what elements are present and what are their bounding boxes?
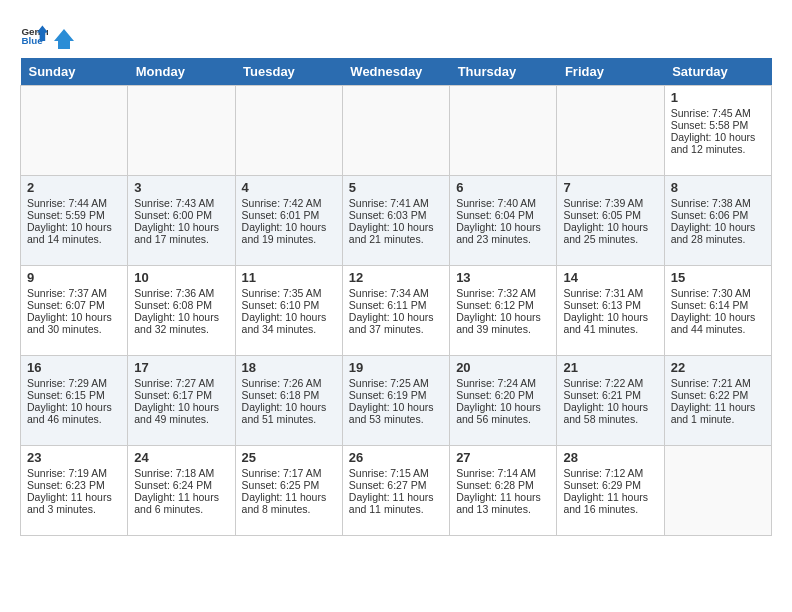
day-info: Sunrise: 7:34 AM — [349, 287, 443, 299]
day-number: 4 — [242, 180, 336, 195]
day-info: Sunset: 6:13 PM — [563, 299, 657, 311]
day-number: 23 — [27, 450, 121, 465]
day-header-monday: Monday — [128, 58, 235, 86]
day-info: Sunset: 6:04 PM — [456, 209, 550, 221]
day-info: Sunrise: 7:14 AM — [456, 467, 550, 479]
day-info: Sunset: 6:28 PM — [456, 479, 550, 491]
calendar-cell — [450, 86, 557, 176]
calendar-cell: 17Sunrise: 7:27 AMSunset: 6:17 PMDayligh… — [128, 356, 235, 446]
day-info: Sunrise: 7:21 AM — [671, 377, 765, 389]
day-info: Sunset: 5:58 PM — [671, 119, 765, 131]
day-number: 25 — [242, 450, 336, 465]
day-info: Sunset: 6:00 PM — [134, 209, 228, 221]
calendar-cell — [128, 86, 235, 176]
day-number: 6 — [456, 180, 550, 195]
day-info: Sunset: 6:27 PM — [349, 479, 443, 491]
calendar-cell: 5Sunrise: 7:41 AMSunset: 6:03 PMDaylight… — [342, 176, 449, 266]
day-number: 8 — [671, 180, 765, 195]
day-info: Daylight: 10 hours and 17 minutes. — [134, 221, 228, 245]
calendar-cell: 4Sunrise: 7:42 AMSunset: 6:01 PMDaylight… — [235, 176, 342, 266]
calendar-cell — [557, 86, 664, 176]
day-info: Sunrise: 7:27 AM — [134, 377, 228, 389]
calendar-cell — [21, 86, 128, 176]
day-number: 21 — [563, 360, 657, 375]
day-info: Sunset: 6:08 PM — [134, 299, 228, 311]
day-info: Daylight: 10 hours and 56 minutes. — [456, 401, 550, 425]
day-info: Sunrise: 7:36 AM — [134, 287, 228, 299]
calendar-week-row: 23Sunrise: 7:19 AMSunset: 6:23 PMDayligh… — [21, 446, 772, 536]
svg-marker-3 — [54, 29, 74, 49]
day-number: 28 — [563, 450, 657, 465]
day-info: Sunrise: 7:29 AM — [27, 377, 121, 389]
day-info: Sunrise: 7:31 AM — [563, 287, 657, 299]
calendar-cell: 2Sunrise: 7:44 AMSunset: 5:59 PMDaylight… — [21, 176, 128, 266]
calendar-week-row: 2Sunrise: 7:44 AMSunset: 5:59 PMDaylight… — [21, 176, 772, 266]
day-info: Sunrise: 7:19 AM — [27, 467, 121, 479]
calendar-cell: 6Sunrise: 7:40 AMSunset: 6:04 PMDaylight… — [450, 176, 557, 266]
day-info: Daylight: 11 hours and 3 minutes. — [27, 491, 121, 515]
day-info: Sunrise: 7:38 AM — [671, 197, 765, 209]
day-number: 19 — [349, 360, 443, 375]
day-info: Daylight: 11 hours and 16 minutes. — [563, 491, 657, 515]
calendar-cell: 9Sunrise: 7:37 AMSunset: 6:07 PMDaylight… — [21, 266, 128, 356]
calendar-cell: 18Sunrise: 7:26 AMSunset: 6:18 PMDayligh… — [235, 356, 342, 446]
calendar-cell: 11Sunrise: 7:35 AMSunset: 6:10 PMDayligh… — [235, 266, 342, 356]
day-info: Daylight: 10 hours and 34 minutes. — [242, 311, 336, 335]
day-info: Sunset: 6:12 PM — [456, 299, 550, 311]
day-number: 27 — [456, 450, 550, 465]
calendar-cell: 19Sunrise: 7:25 AMSunset: 6:19 PMDayligh… — [342, 356, 449, 446]
day-number: 18 — [242, 360, 336, 375]
day-info: Daylight: 10 hours and 19 minutes. — [242, 221, 336, 245]
day-info: Daylight: 10 hours and 14 minutes. — [27, 221, 121, 245]
day-number: 10 — [134, 270, 228, 285]
day-info: Daylight: 10 hours and 41 minutes. — [563, 311, 657, 335]
calendar-week-row: 9Sunrise: 7:37 AMSunset: 6:07 PMDaylight… — [21, 266, 772, 356]
day-info: Sunrise: 7:41 AM — [349, 197, 443, 209]
day-info: Sunset: 6:15 PM — [27, 389, 121, 401]
day-info: Sunset: 5:59 PM — [27, 209, 121, 221]
day-info: Sunrise: 7:12 AM — [563, 467, 657, 479]
day-info: Sunrise: 7:39 AM — [563, 197, 657, 209]
day-info: Sunset: 6:23 PM — [27, 479, 121, 491]
day-info: Daylight: 11 hours and 6 minutes. — [134, 491, 228, 515]
day-info: Sunrise: 7:45 AM — [671, 107, 765, 119]
day-number: 11 — [242, 270, 336, 285]
day-info: Sunrise: 7:40 AM — [456, 197, 550, 209]
calendar-cell: 1Sunrise: 7:45 AMSunset: 5:58 PMDaylight… — [664, 86, 771, 176]
day-info: Daylight: 10 hours and 32 minutes. — [134, 311, 228, 335]
day-info: Daylight: 10 hours and 49 minutes. — [134, 401, 228, 425]
calendar-cell: 13Sunrise: 7:32 AMSunset: 6:12 PMDayligh… — [450, 266, 557, 356]
calendar-cell: 26Sunrise: 7:15 AMSunset: 6:27 PMDayligh… — [342, 446, 449, 536]
page-header: General Blue — [20, 20, 772, 48]
day-info: Daylight: 11 hours and 8 minutes. — [242, 491, 336, 515]
calendar-cell: 20Sunrise: 7:24 AMSunset: 6:20 PMDayligh… — [450, 356, 557, 446]
day-info: Daylight: 10 hours and 30 minutes. — [27, 311, 121, 335]
day-header-thursday: Thursday — [450, 58, 557, 86]
day-info: Daylight: 10 hours and 21 minutes. — [349, 221, 443, 245]
calendar-week-row: 1Sunrise: 7:45 AMSunset: 5:58 PMDaylight… — [21, 86, 772, 176]
calendar-cell: 28Sunrise: 7:12 AMSunset: 6:29 PMDayligh… — [557, 446, 664, 536]
day-number: 22 — [671, 360, 765, 375]
calendar-cell: 7Sunrise: 7:39 AMSunset: 6:05 PMDaylight… — [557, 176, 664, 266]
day-info: Daylight: 10 hours and 28 minutes. — [671, 221, 765, 245]
calendar-cell: 8Sunrise: 7:38 AMSunset: 6:06 PMDaylight… — [664, 176, 771, 266]
logo: General Blue — [20, 20, 76, 48]
day-info: Sunset: 6:24 PM — [134, 479, 228, 491]
day-number: 15 — [671, 270, 765, 285]
day-info: Daylight: 10 hours and 12 minutes. — [671, 131, 765, 155]
calendar-cell: 23Sunrise: 7:19 AMSunset: 6:23 PMDayligh… — [21, 446, 128, 536]
day-info: Daylight: 10 hours and 44 minutes. — [671, 311, 765, 335]
day-info: Sunrise: 7:37 AM — [27, 287, 121, 299]
day-info: Sunrise: 7:30 AM — [671, 287, 765, 299]
calendar-cell — [235, 86, 342, 176]
day-info: Sunset: 6:25 PM — [242, 479, 336, 491]
day-number: 24 — [134, 450, 228, 465]
day-number: 20 — [456, 360, 550, 375]
day-info: Daylight: 10 hours and 23 minutes. — [456, 221, 550, 245]
day-info: Daylight: 11 hours and 13 minutes. — [456, 491, 550, 515]
day-info: Sunrise: 7:42 AM — [242, 197, 336, 209]
day-header-sunday: Sunday — [21, 58, 128, 86]
day-info: Daylight: 10 hours and 39 minutes. — [456, 311, 550, 335]
day-info: Sunset: 6:20 PM — [456, 389, 550, 401]
day-info: Sunrise: 7:44 AM — [27, 197, 121, 209]
